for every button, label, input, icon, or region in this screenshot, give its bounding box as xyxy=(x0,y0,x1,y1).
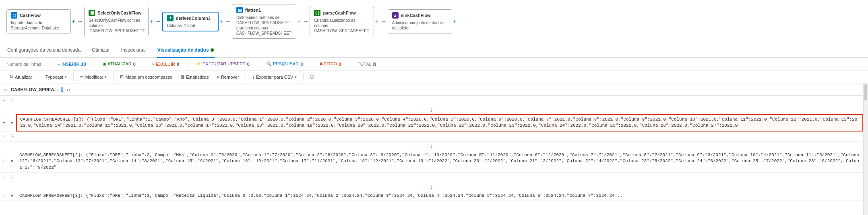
row-expand-6[interactable]: ▼ xyxy=(8,191,16,200)
pipeline-node-flatten[interactable]: ▤ flatten1 Distribuindo matrizes de CASH… xyxy=(232,4,296,39)
node-box-parse[interactable]: { } parseCashFlow Criando/atualizando as… xyxy=(310,7,374,36)
pipeline-node-sink[interactable]: ▲ sinkCashFlow Adicionar conjunto de dad… xyxy=(388,9,452,33)
tab-status-dot xyxy=(211,48,214,52)
arrow-4: → xyxy=(302,18,309,25)
plus-after-cashflow[interactable]: + xyxy=(72,18,75,25)
typecast-button[interactable]: Typecast ▾ xyxy=(42,73,70,81)
parse-label: parseCashFlow xyxy=(323,10,355,15)
pipeline-node-derived[interactable]: ✦ derivedColumn3 Colunas: 1 total xyxy=(162,12,219,31)
node-header-parse: { } parseCashFlow xyxy=(314,10,370,16)
cashflow-label: CashFlow xyxy=(20,13,41,18)
info-button[interactable]: ⓘ xyxy=(307,73,318,81)
stat-error-label: ✖ ERRO xyxy=(319,61,337,67)
row-content-6: CASHFLOW_SPREADSHEET[3]: {"Fluxo":"DRE",… xyxy=(16,191,863,200)
node-box-selectonly[interactable]: ▦ SelectOnlyCashFlow SelectOnlyCashFlow … xyxy=(84,7,149,36)
tab-inspecionar[interactable]: Inspecionar xyxy=(120,43,147,58)
table-row: + ▼ CASHFLOW_SPREADSHEET[1]: {"Fluxo":"D… xyxy=(0,114,863,132)
row-add-indicator-3[interactable]: + xyxy=(0,132,8,141)
remove-label: Remover xyxy=(221,75,239,79)
row-add-indicator-6[interactable]: + xyxy=(0,191,8,200)
table-row: + [- xyxy=(0,173,863,182)
row-add-indicator-2[interactable]: + xyxy=(0,114,8,132)
toolbar-divider-2 xyxy=(73,73,74,81)
stat-rows-label: Número de linhas xyxy=(6,62,41,67)
plus-after-parse[interactable]: + xyxy=(375,18,378,25)
row-add-indicator-4[interactable]: + xyxy=(0,150,8,172)
pipeline-node-parse[interactable]: { } parseCashFlow Criando/atualizando as… xyxy=(310,7,374,36)
stat-rows: Número de linhas xyxy=(6,62,50,67)
row-expand-2[interactable]: ▼ xyxy=(8,114,16,132)
stat-upsert-label: ⚡ EXECUTAR UPSERT xyxy=(196,61,246,67)
modify-button[interactable]: ✏ Modificar ▾ xyxy=(77,73,110,81)
tab-bar: Configurações da coluna derivada Otimiza… xyxy=(0,43,868,58)
main-content: ↑↓ CASHFLOW_SPREA... [] ↑↓ + [- ↓ + xyxy=(0,83,868,215)
scrollbar-thumb[interactable] xyxy=(864,84,867,100)
node-box-cashflow[interactable]: ⬡ CashFlow Importe dados do StorageAccou… xyxy=(6,9,71,33)
stats-label: Estatísticas xyxy=(186,75,209,79)
table-row: + ▼ CASHFLOW_SPREADSHEET[3]: {"Fluxo":"D… xyxy=(0,191,863,201)
scrollbar[interactable] xyxy=(863,83,868,215)
pipeline-node-cashflow[interactable]: ⬡ CashFlow Importe dados do StorageAccou… xyxy=(6,9,71,33)
row-expand-4[interactable]: ▼ xyxy=(8,150,16,172)
stat-upsert: ⚡ EXECUTAR UPSERT 0 xyxy=(196,61,258,67)
stat-upsert-value: 0 xyxy=(247,62,250,67)
pipeline-node-selectonly[interactable]: ▦ SelectOnlyCashFlow SelectOnlyCashFlow … xyxy=(84,7,149,36)
sink-icon: ▲ xyxy=(392,12,399,19)
map-button[interactable]: ⊞ Mapa em descompasso xyxy=(117,73,176,81)
table-row: + [- xyxy=(0,132,863,142)
stat-error: ✖ ERRO 0 xyxy=(319,61,349,67)
stat-search-value: 0 xyxy=(300,62,303,67)
stats-icon: ▦ xyxy=(180,74,184,79)
stat-delete: × EXCLUIR 0 xyxy=(152,62,188,67)
stat-delete-label: × EXCLUIR xyxy=(152,62,175,67)
parse-desc: Criando/atualizando as colunas CASHFLOW_… xyxy=(314,18,370,33)
stat-total: TOTAL N xyxy=(358,62,384,67)
node-header-cashflow: ⬡ CashFlow xyxy=(11,12,66,19)
refresh-button[interactable]: ↻ Atualizar xyxy=(6,73,35,81)
selectonly-label: SelectOnlyCashFlow xyxy=(97,10,141,15)
table-row: + ▼ CASHFLOW_SPREADSHEET[2]: {"Fluxo":"D… xyxy=(0,150,863,173)
plus-after-selectonly[interactable]: + xyxy=(149,18,153,25)
node-box-sink[interactable]: ▲ sinkCashFlow Adicionar conjunto de dad… xyxy=(388,9,452,33)
info-icon: ⓘ xyxy=(310,74,314,80)
tab-config[interactable]: Configurações da coluna derivada xyxy=(6,43,81,58)
row-add-indicator-5[interactable]: + xyxy=(0,173,8,182)
node-box-flatten[interactable]: ▤ flatten1 Distribuindo matrizes de CASH… xyxy=(232,4,296,39)
plus-after-derived[interactable]: + xyxy=(219,18,223,25)
flatten-desc: Distribuindo matrizes de CASHFLOW_SPREAD… xyxy=(236,15,292,36)
arrow-1: → xyxy=(77,18,83,25)
tab-otimizar[interactable]: Otimizar xyxy=(91,43,111,58)
row-prefix-3: [- xyxy=(8,132,24,141)
sink-desc: Adicionar conjunto de dados do coletor xyxy=(392,20,448,31)
derived-label: derivedColumn3 xyxy=(176,16,211,21)
stat-error-value: 0 xyxy=(339,62,341,67)
toolbar-divider-1 xyxy=(39,73,39,81)
cashflow-desc: Importe dados do StorageAccount_DataLake xyxy=(11,20,66,31)
node-header-flatten: ▤ flatten1 xyxy=(236,7,292,13)
tab-otimizar-label: Otimizar xyxy=(92,47,110,53)
stats-button[interactable]: ▦ Estatísticas xyxy=(177,73,212,81)
pipeline-area: ⬡ CashFlow Importe dados do StorageAccou… xyxy=(0,0,868,43)
grid-body: + [- ↓ + ▼ CASHFLOW_SPREADSHEET[1]: {"Fl… xyxy=(0,96,863,215)
stat-total-value: N xyxy=(373,62,376,67)
remove-icon: × xyxy=(217,75,219,79)
node-box-derived[interactable]: ✦ derivedColumn3 Colunas: 1 total xyxy=(162,12,219,31)
typecast-label: Typecast xyxy=(45,75,63,79)
sort-arrows[interactable]: ↑↓ xyxy=(66,87,70,92)
row-add-indicator-1[interactable]: + xyxy=(0,96,8,105)
stats-bar: Número de linhas + INSERIR 10 ◉ ATUALIZA… xyxy=(0,58,868,71)
stat-search: 🔍 PESQUISAR 0 xyxy=(266,61,311,67)
plus-after-flatten[interactable]: + xyxy=(297,18,301,25)
export-button[interactable]: ↓ Exportar para CSV ▾ xyxy=(249,73,300,81)
node-header-sink: ▲ sinkCashFlow xyxy=(392,12,448,19)
red-arrow-down-3: ↓ xyxy=(0,182,863,191)
sort-icon[interactable]: ↑↓ xyxy=(3,87,8,92)
tab-config-label: Configurações da coluna derivada xyxy=(7,47,81,53)
tab-visualization[interactable]: Visualização de dados xyxy=(157,43,215,58)
row-prefix-1: [- xyxy=(8,96,24,105)
plus-after-sink[interactable]: + xyxy=(453,18,457,25)
stat-update: ◉ ATUALIZAR 0 xyxy=(103,61,144,67)
remove-button[interactable]: × Remover xyxy=(213,73,242,81)
row-content-4: CASHFLOW_SPREADSHEET[2]: {"Fluxo":"DRE",… xyxy=(16,150,863,172)
grid-header: ↑↓ CASHFLOW_SPREA... [] ↑↓ xyxy=(0,83,863,96)
